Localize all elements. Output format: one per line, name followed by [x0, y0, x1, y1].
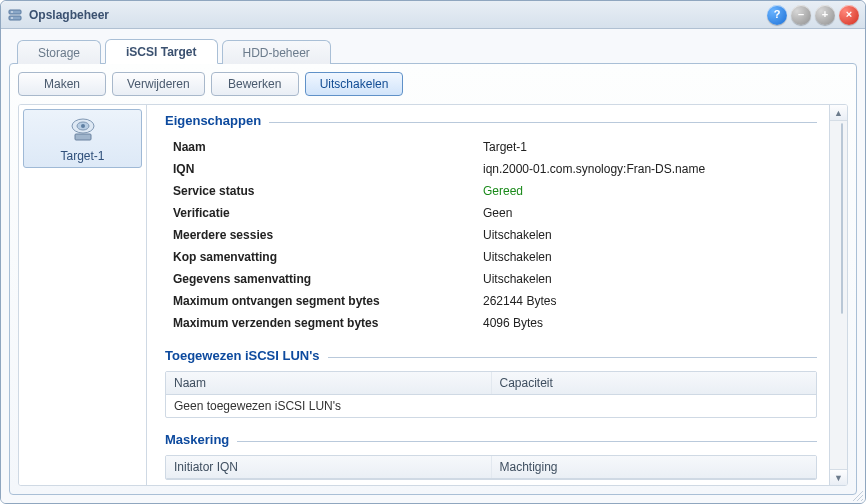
masking-col-initiator: Initiator IQN	[166, 456, 492, 478]
prop-iqn-value: iqn.2000-01.com.synology:Fran-DS.name	[483, 158, 705, 180]
prop-sessions-label: Meerdere sessies	[173, 224, 483, 246]
prop-verification-value: Geen	[483, 202, 512, 224]
section-luns-title: Toegewezen iSCSI LUN's	[165, 348, 817, 365]
edit-button[interactable]: Bewerken	[211, 72, 299, 96]
svg-rect-7	[75, 134, 91, 140]
prop-row-max-send: Maximum verzenden segment bytes 4096 Byt…	[173, 312, 817, 334]
luns-col-name: Naam	[166, 372, 492, 394]
create-button[interactable]: Maken	[18, 72, 106, 96]
prop-name-value: Target-1	[483, 136, 527, 158]
iscsi-target-icon	[24, 116, 141, 147]
close-button[interactable]: ×	[839, 5, 859, 25]
masking-col-permission: Machtiging	[492, 456, 817, 478]
detail-panel: Eigenschappen Naam Target-1 IQN iqn.2000…	[147, 105, 829, 485]
help-button[interactable]: ?	[767, 5, 787, 25]
luns-col-capacity: Capaciteit	[492, 372, 817, 394]
section-luns: Toegewezen iSCSI LUN's Naam Capaciteit G…	[165, 348, 817, 418]
toolbar: Maken Verwijderen Bewerken Uitschakelen	[18, 72, 848, 96]
luns-empty-row: Geen toegewezen iSCSI LUN's	[166, 395, 816, 417]
window-body: Storage iSCSI Target HDD-beheer Maken Ve…	[1, 29, 865, 503]
prop-max-recv-label: Maximum ontvangen segment bytes	[173, 290, 483, 312]
section-masking: Maskering Initiator IQN Machtiging	[165, 432, 817, 480]
maximize-button[interactable]: +	[815, 5, 835, 25]
prop-row-max-recv: Maximum ontvangen segment bytes 262144 B…	[173, 290, 817, 312]
tab-storage[interactable]: Storage	[17, 40, 101, 64]
tabstrip: Storage iSCSI Target HDD-beheer	[9, 35, 857, 63]
minimize-button[interactable]: –	[791, 5, 811, 25]
disable-button[interactable]: Uitschakelen	[305, 72, 404, 96]
masking-table: Initiator IQN Machtiging	[165, 455, 817, 480]
delete-button[interactable]: Verwijderen	[112, 72, 205, 96]
prop-row-sessions: Meerdere sessies Uitschakelen	[173, 224, 817, 246]
tab-hdd-beheer[interactable]: HDD-beheer	[222, 40, 331, 64]
app-icon	[7, 7, 23, 23]
prop-row-header-digest: Kop samenvatting Uitschakelen	[173, 246, 817, 268]
prop-header-digest-value: Uitschakelen	[483, 246, 552, 268]
tab-iscsi-target[interactable]: iSCSI Target	[105, 39, 217, 64]
prop-header-digest-label: Kop samenvatting	[173, 246, 483, 268]
svg-point-6	[81, 124, 85, 128]
section-masking-title: Maskering	[165, 432, 817, 449]
scrollbar-thumb[interactable]	[841, 123, 843, 314]
prop-row-name: Naam Target-1	[173, 136, 817, 158]
prop-data-digest-value: Uitschakelen	[483, 268, 552, 290]
svg-point-3	[11, 17, 13, 19]
masking-table-header: Initiator IQN Machtiging	[166, 456, 816, 479]
target-item-label: Target-1	[60, 149, 104, 163]
prop-max-send-label: Maximum verzenden segment bytes	[173, 312, 483, 334]
prop-service-status-value: Gereed	[483, 180, 523, 202]
section-properties: Eigenschappen Naam Target-1 IQN iqn.2000…	[165, 113, 817, 334]
luns-table-header: Naam Capaciteit	[166, 372, 816, 395]
prop-row-service-status: Service status Gereed	[173, 180, 817, 202]
luns-empty-text: Geen toegewezen iSCSI LUN's	[166, 395, 816, 417]
vertical-scrollbar[interactable]: ▲ ▼	[829, 105, 847, 485]
svg-rect-0	[9, 10, 21, 14]
tab-panel: Maken Verwijderen Bewerken Uitschakelen	[9, 63, 857, 495]
prop-row-verification: Verificatie Geen	[173, 202, 817, 224]
prop-data-digest-label: Gegevens samenvatting	[173, 268, 483, 290]
svg-point-2	[11, 11, 13, 13]
prop-verification-label: Verificatie	[173, 202, 483, 224]
prop-name-label: Naam	[173, 136, 483, 158]
target-list: Target-1	[19, 105, 147, 485]
luns-table: Naam Capaciteit Geen toegewezen iSCSI LU…	[165, 371, 817, 418]
prop-max-send-value: 4096 Bytes	[483, 312, 543, 334]
prop-service-status-label: Service status	[173, 180, 483, 202]
prop-row-data-digest: Gegevens samenvatting Uitschakelen	[173, 268, 817, 290]
scrollbar-up-arrow[interactable]: ▲	[830, 105, 847, 121]
prop-sessions-value: Uitschakelen	[483, 224, 552, 246]
scrollbar-down-arrow[interactable]: ▼	[830, 469, 847, 485]
svg-rect-1	[9, 16, 21, 20]
content-split: Target-1 Eigenschappen Naam Target-1	[18, 104, 848, 486]
titlebar: Opslagbeheer ? – + ×	[1, 1, 865, 29]
section-properties-title: Eigenschappen	[165, 113, 817, 130]
prop-row-iqn: IQN iqn.2000-01.com.synology:Fran-DS.nam…	[173, 158, 817, 180]
prop-iqn-label: IQN	[173, 158, 483, 180]
target-item[interactable]: Target-1	[23, 109, 142, 168]
window-title: Opslagbeheer	[29, 8, 109, 22]
prop-max-recv-value: 262144 Bytes	[483, 290, 556, 312]
